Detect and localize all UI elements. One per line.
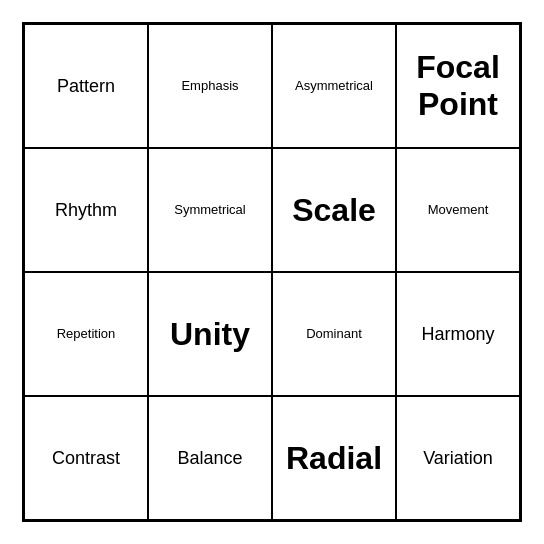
cell-label-3: Focal Point xyxy=(403,49,513,123)
cell-label-15: Variation xyxy=(423,448,493,469)
bingo-cell-2: Asymmetrical xyxy=(272,24,396,148)
bingo-cell-4: Rhythm xyxy=(24,148,148,272)
bingo-cell-5: Symmetrical xyxy=(148,148,272,272)
cell-label-9: Unity xyxy=(170,316,250,353)
bingo-cell-15: Variation xyxy=(396,396,520,520)
cell-label-7: Movement xyxy=(428,203,489,218)
cell-label-12: Contrast xyxy=(52,448,120,469)
cell-label-13: Balance xyxy=(177,448,242,469)
cell-label-1: Emphasis xyxy=(181,79,238,94)
bingo-cell-14: Radial xyxy=(272,396,396,520)
bingo-cell-10: Dominant xyxy=(272,272,396,396)
cell-label-0: Pattern xyxy=(57,76,115,97)
bingo-cell-7: Movement xyxy=(396,148,520,272)
cell-label-5: Symmetrical xyxy=(174,203,246,218)
bingo-cell-12: Contrast xyxy=(24,396,148,520)
bingo-cell-0: Pattern xyxy=(24,24,148,148)
cell-label-14: Radial xyxy=(286,440,382,477)
bingo-cell-6: Scale xyxy=(272,148,396,272)
cell-label-4: Rhythm xyxy=(55,200,117,221)
cell-label-2: Asymmetrical xyxy=(295,79,373,94)
cell-label-11: Harmony xyxy=(421,324,494,345)
bingo-cell-3: Focal Point xyxy=(396,24,520,148)
bingo-cell-8: Repetition xyxy=(24,272,148,396)
bingo-cell-9: Unity xyxy=(148,272,272,396)
bingo-cell-1: Emphasis xyxy=(148,24,272,148)
cell-label-6: Scale xyxy=(292,192,376,229)
cell-label-8: Repetition xyxy=(57,327,116,342)
bingo-cell-13: Balance xyxy=(148,396,272,520)
cell-label-10: Dominant xyxy=(306,327,362,342)
bingo-board: PatternEmphasisAsymmetricalFocal PointRh… xyxy=(22,22,522,522)
bingo-cell-11: Harmony xyxy=(396,272,520,396)
